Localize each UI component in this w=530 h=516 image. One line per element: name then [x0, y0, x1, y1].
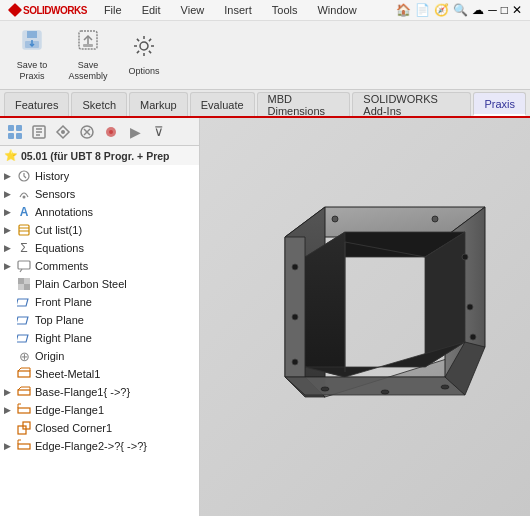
svg-rect-35 [18, 390, 30, 395]
svg-point-60 [321, 387, 329, 391]
equations-icon: Σ [16, 240, 32, 256]
menu-file[interactable]: File [101, 2, 125, 18]
tree-item-origin[interactable]: ⊕ Origin [0, 347, 199, 365]
svg-rect-32 [17, 317, 28, 324]
top-plane-label: Top Plane [35, 314, 84, 326]
tree-item-front-plane[interactable]: Front Plane [0, 293, 199, 311]
tab-evaluate[interactable]: Evaluate [190, 92, 255, 116]
menu-window[interactable]: Window [314, 2, 359, 18]
svg-rect-8 [16, 125, 22, 131]
search-icon[interactable]: 🔍 [453, 3, 468, 17]
svg-point-56 [467, 304, 473, 310]
svg-marker-45 [305, 232, 345, 377]
tree-item-top-plane[interactable]: Top Plane [0, 311, 199, 329]
config-manager-icon[interactable] [52, 121, 74, 143]
annotations-arrow: ▶ [4, 207, 16, 217]
3d-model-svg [225, 177, 515, 457]
tree-item-history[interactable]: ▶ History [0, 167, 199, 185]
base-flange1-icon [16, 384, 32, 400]
svg-rect-36 [18, 408, 30, 413]
options-label: Options [128, 66, 159, 76]
history-label: History [35, 170, 69, 182]
svg-rect-34 [18, 371, 30, 377]
tab-markup[interactable]: Markup [129, 92, 188, 116]
tree-item-sensors[interactable]: ▶ Sensors [0, 185, 199, 203]
tree-item-sheet-metal[interactable]: Sheet-Metal1 [0, 365, 199, 383]
svg-rect-37 [18, 426, 26, 434]
base-flange1-arrow: ▶ [4, 387, 16, 397]
file-icon[interactable]: 📄 [415, 3, 430, 17]
tab-praxis[interactable]: Praxis [473, 92, 526, 116]
filter-icon[interactable]: ⊽ [148, 121, 170, 143]
equations-arrow: ▶ [4, 243, 16, 253]
dim-expert-icon[interactable] [76, 121, 98, 143]
menu-insert[interactable]: Insert [221, 2, 255, 18]
menu-tools[interactable]: Tools [269, 2, 301, 18]
comments-icon [16, 258, 32, 274]
svg-point-15 [61, 130, 65, 134]
edge-flange1-label: Edge-Flange1 [35, 404, 104, 416]
tree-item-base-flange1[interactable]: ▶ Base-Flange1{ ->?} [0, 383, 199, 401]
tree-item-cut-list[interactable]: ▶ Cut list(1) [0, 221, 199, 239]
sensors-icon [16, 186, 32, 202]
origin-label: Origin [35, 350, 64, 362]
menu-view[interactable]: View [178, 2, 208, 18]
material-icon [16, 276, 32, 292]
window-close[interactable]: ✕ [512, 3, 522, 17]
svg-rect-29 [18, 284, 24, 290]
svg-point-6 [140, 42, 148, 50]
svg-rect-30 [24, 284, 30, 290]
svg-point-53 [292, 314, 298, 320]
root-icon: ⭐ [4, 149, 18, 162]
tree-item-comments[interactable]: ▶ Comments [0, 257, 199, 275]
history-icon [16, 168, 32, 184]
tree-root: ⭐ 05.01 (für UBT 8 Progr. + Prep [0, 146, 199, 165]
expand-icon[interactable]: ▶ [124, 121, 146, 143]
front-plane-label: Front Plane [35, 296, 92, 308]
tree-item-material[interactable]: Plain Carbon Steel [0, 275, 199, 293]
tab-mbd-dimensions[interactable]: MBD Dimensions [257, 92, 351, 116]
3d-viewport[interactable] [200, 118, 530, 516]
history-arrow: ▶ [4, 171, 16, 181]
edge-flange2-icon [16, 438, 32, 454]
tab-sketch[interactable]: Sketch [71, 92, 127, 116]
home-icon[interactable]: 🏠 [396, 3, 411, 17]
edge-flange1-arrow: ▶ [4, 405, 16, 415]
property-manager-icon[interactable] [28, 121, 50, 143]
cut-list-icon [16, 222, 32, 238]
save-to-praxis-button[interactable]: Save toPraxis [8, 24, 56, 86]
tree-item-equations[interactable]: ▶ Σ Equations [0, 239, 199, 257]
cut-list-label: Cut list(1) [35, 224, 82, 236]
svg-rect-10 [16, 133, 22, 139]
tab-features[interactable]: Features [4, 92, 69, 116]
tree-item-edge-flange2[interactable]: ▶ Edge-Flange2->?{ ->?} [0, 437, 199, 455]
tree-item-right-plane[interactable]: Right Plane [0, 329, 199, 347]
comments-label: Comments [35, 260, 88, 272]
options-button[interactable]: Options [120, 29, 168, 81]
save-assembly-button[interactable]: Save Assembly [64, 24, 112, 86]
feature-tree-toolbar: ▶ ⊽ [0, 118, 199, 146]
feature-tree: ▶ History ▶ Sensors ▶ A Annotations ▶ [0, 165, 199, 516]
svg-rect-39 [18, 444, 30, 449]
menu-bar: SOLIDWORKS File Edit View Insert Tools W… [0, 0, 530, 21]
tree-item-annotations[interactable]: ▶ A Annotations [0, 203, 199, 221]
save-assembly-icon [76, 28, 100, 58]
display-pane-icon[interactable] [100, 121, 122, 143]
window-minimize[interactable]: ─ [488, 3, 497, 17]
menu-edit[interactable]: Edit [139, 2, 164, 18]
sensors-arrow: ▶ [4, 189, 16, 199]
tree-item-edge-flange1[interactable]: ▶ Edge-Flange1 [0, 401, 199, 419]
closed-corner1-label: Closed Corner1 [35, 422, 112, 434]
svg-rect-2 [27, 31, 37, 38]
window-maximize[interactable]: □ [501, 3, 508, 17]
cloud-icon[interactable]: ☁ [472, 3, 484, 17]
nav-icon[interactable]: 🧭 [434, 3, 449, 17]
cut-list-arrow: ▶ [4, 225, 16, 235]
feature-manager-icon[interactable] [4, 121, 26, 143]
annotations-icon: A [16, 204, 32, 220]
save-to-praxis-icon [20, 28, 44, 58]
svg-point-59 [432, 216, 438, 222]
tree-item-closed-corner1[interactable]: Closed Corner1 [0, 419, 199, 437]
tab-solidworks-add-ins[interactable]: SOLIDWORKS Add-Ins [352, 92, 471, 116]
sheet-metal-label: Sheet-Metal1 [35, 368, 100, 380]
